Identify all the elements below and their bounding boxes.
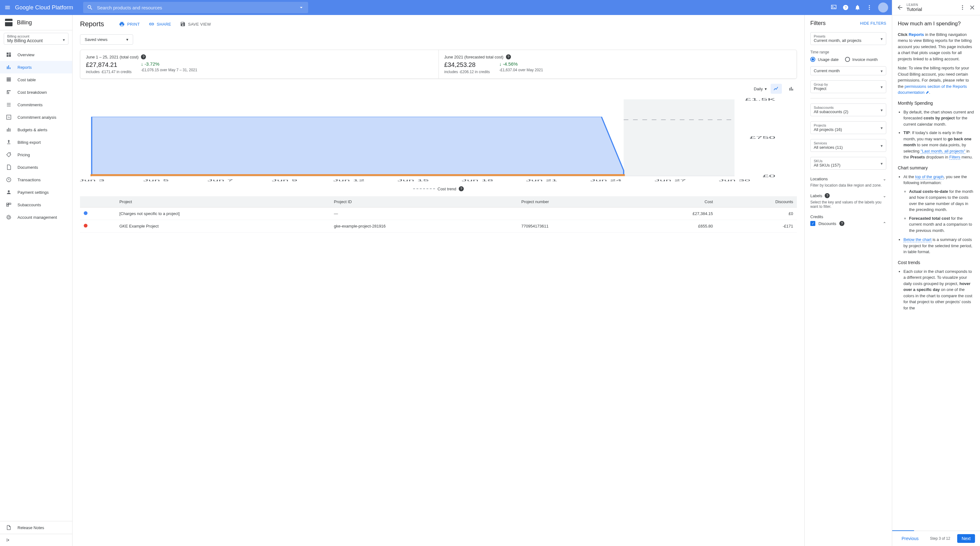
help-icon[interactable]: ? [459, 186, 464, 191]
step-indicator: Step 3 of 12 [930, 536, 950, 541]
usage-date-radio[interactable]: Usage date [810, 57, 839, 62]
help-icon[interactable]: ? [825, 193, 830, 198]
svg-text:Jun 18: Jun 18 [461, 179, 493, 182]
line-chart-icon [773, 86, 780, 92]
help-icon[interactable]: ? [843, 4, 849, 11]
table-header[interactable] [80, 196, 116, 207]
invoice-month-radio[interactable]: Invoice month [845, 57, 878, 62]
bar-chart-button[interactable] [786, 84, 797, 94]
menu-icon[interactable] [4, 4, 11, 11]
help-icon[interactable]: ? [141, 54, 146, 59]
last-month-link[interactable]: "Last month, all projects" [921, 149, 965, 154]
next-button[interactable]: Next [957, 534, 975, 543]
filters-link[interactable]: Filters [950, 155, 960, 160]
search-input[interactable] [97, 5, 294, 10]
table-row[interactable]: GKE Example Project gke-example-project-… [80, 220, 797, 232]
subaccount-icon [6, 202, 12, 208]
previous-button[interactable]: Previous [897, 534, 923, 543]
table-header[interactable]: Cost [628, 196, 717, 207]
back-arrow-icon[interactable] [897, 4, 904, 11]
billing-account-value: My Billing Account [7, 38, 65, 43]
time-range-select[interactable]: Current month [810, 66, 886, 75]
chevron-down-icon[interactable] [298, 4, 304, 11]
saved-views-select[interactable]: Saved views ▾ [80, 34, 133, 45]
brand-logo[interactable]: Google Cloud Platform [15, 4, 73, 11]
presets-select[interactable]: Presets Current month, all projects [810, 32, 886, 45]
sidebar-item-documents[interactable]: Documents [0, 161, 72, 174]
more-icon[interactable] [959, 4, 966, 11]
sidebar-item-account-management[interactable]: Account management [0, 211, 72, 223]
sidebar-item-subaccounts[interactable]: Subaccounts [0, 199, 72, 211]
chevron-down-icon: ⌄ [883, 193, 886, 198]
labels-expand[interactable]: Labels ? ⌄ [810, 191, 886, 200]
sidebar-item-overview[interactable]: Overview [0, 48, 72, 61]
svg-text:?: ? [845, 5, 847, 10]
reports-area: Reports PRINT SHARE SAVE VIEW [73, 15, 804, 546]
sidebar-item-payment-settings[interactable]: Payment settings [0, 186, 72, 199]
help-icon[interactable]: ? [839, 221, 845, 226]
chevron-down-icon: ▾ [765, 87, 767, 91]
subaccounts-select[interactable]: Subaccounts All subaccounts (2) [810, 103, 886, 116]
sidebar-item-commitment-analysis[interactable]: %Commitment analysis [0, 111, 72, 123]
sidebar-item-budgets-alerts[interactable]: Budgets & alerts [0, 123, 72, 136]
save-view-button[interactable]: SAVE VIEW [180, 21, 211, 27]
print-icon [119, 21, 125, 27]
search-bar[interactable] [83, 2, 308, 13]
sidebar-item-cost-breakdown[interactable]: Cost breakdown [0, 86, 72, 99]
sidebar-item-commitments[interactable]: Commitments [0, 99, 72, 111]
list-icon [6, 102, 12, 108]
chevron-up-icon[interactable]: ⌃ [883, 221, 886, 226]
skus-select[interactable]: SKUs All SKUs (157) [810, 157, 886, 170]
svg-text:Jun 12: Jun 12 [333, 179, 365, 182]
svg-point-28 [962, 9, 963, 10]
user-avatar[interactable] [878, 3, 888, 13]
help-icon[interactable]: ? [506, 54, 511, 59]
hide-filters-button[interactable]: HIDE FILTERS [860, 21, 886, 25]
share-button[interactable]: SHARE [149, 21, 171, 27]
table-header[interactable]: Project number [517, 196, 628, 207]
permissions-link[interactable]: permissions section of the Reports docum… [898, 84, 967, 95]
notifications-icon[interactable] [854, 4, 861, 11]
table-icon [6, 76, 12, 83]
granularity-select[interactable]: Daily ▾ [754, 87, 767, 91]
sidebar-item-cost-table[interactable]: Cost table [0, 73, 72, 86]
chart-legend: Cost trend ? [80, 186, 797, 191]
svg-text:£750: £750 [749, 136, 775, 139]
cost-table: ProjectProject IDProject numberCostDisco… [80, 196, 797, 232]
top-of-graph-link[interactable]: top of the graph [915, 174, 944, 179]
percent-icon: % [6, 114, 12, 120]
reports-title: Reports [80, 20, 104, 28]
table-header[interactable]: Project [116, 196, 330, 207]
breakdown-icon [6, 89, 12, 96]
services-select[interactable]: Services All services (11) [810, 139, 886, 152]
line-chart-button[interactable] [771, 84, 782, 94]
sidebar-item-transactions[interactable]: Transactions [0, 174, 72, 186]
projects-select[interactable]: Projects All projects (16) [810, 121, 886, 134]
reports-link[interactable]: Reports [909, 32, 924, 37]
discounts-checkbox[interactable]: ✓ [810, 221, 815, 226]
cloud-shell-icon[interactable] [830, 4, 837, 11]
print-button[interactable]: PRINT [119, 21, 140, 27]
project-color-dot [84, 224, 88, 228]
dashboard-icon [6, 52, 12, 58]
svg-text:£1.5K: £1.5K [745, 98, 776, 101]
table-header[interactable]: Project ID [330, 196, 518, 207]
svg-point-26 [962, 5, 963, 6]
release-notes[interactable]: Release Notes [0, 521, 72, 534]
locations-expand[interactable]: Locations ⌄ [810, 175, 886, 183]
release-notes-icon [6, 524, 12, 531]
close-icon[interactable] [969, 4, 975, 11]
sidebar-item-pricing[interactable]: Pricing [0, 148, 72, 161]
more-icon[interactable] [866, 4, 872, 11]
below-chart-link[interactable]: Below the chart [904, 237, 932, 242]
group-by-select[interactable]: Group by Project [810, 80, 886, 93]
billing-account-select[interactable]: Billing account My Billing Account [4, 33, 68, 45]
table-row[interactable]: [Charges not specific to a project] — £2… [80, 207, 797, 220]
tutorial-body[interactable]: How much am I spending? Click Reports in… [892, 15, 980, 531]
sidebar-item-reports[interactable]: Reports [0, 61, 72, 73]
collapse-sidebar-button[interactable] [0, 534, 72, 546]
table-header[interactable]: Discounts [717, 196, 797, 207]
svg-point-8 [8, 190, 10, 192]
sidebar-item-billing-export[interactable]: Billing export [0, 136, 72, 148]
credits-expand[interactable]: Credits [810, 213, 886, 221]
